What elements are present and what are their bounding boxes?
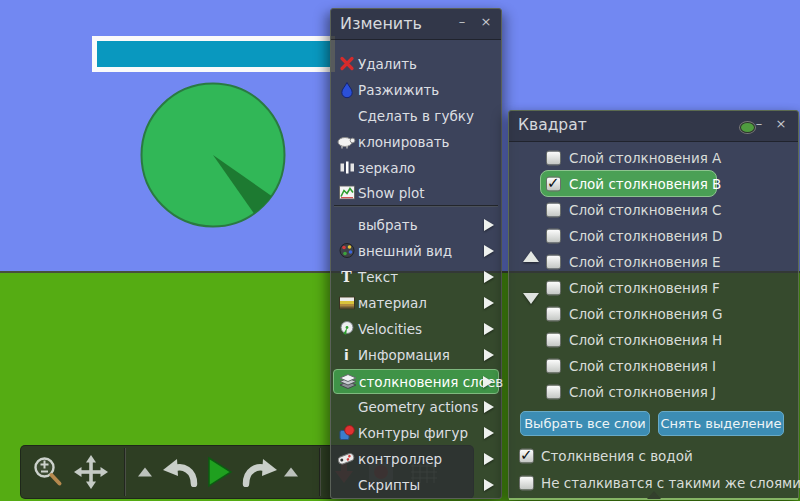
deselect-layers-button[interactable]: Снять выделение	[658, 411, 784, 436]
layer-checkbox[interactable]	[546, 333, 561, 348]
liquify-icon	[337, 81, 356, 98]
menu-item-label: Контуры фигур	[358, 425, 468, 441]
menu-item-label: Show plot	[358, 185, 425, 201]
submenu-arrow-icon	[484, 323, 494, 335]
menu-item-label: внешний вид	[358, 243, 452, 259]
menu-item-controller[interactable]: контроллер	[333, 446, 499, 471]
close-button[interactable]: ×	[477, 13, 495, 31]
submenu-arrow-icon	[484, 349, 494, 361]
algodoo-window: Изменить – × Удалить Разжижить Сделать в…	[0, 0, 800, 501]
toolbar-divider	[319, 448, 321, 496]
undo-button[interactable]	[161, 457, 199, 487]
scene-circle[interactable]	[133, 75, 293, 235]
layer-label: Слой столкновения E	[569, 254, 721, 270]
clone-icon	[337, 133, 356, 150]
menu-item-label: Удалить	[358, 56, 417, 72]
menu-item-make-sponge[interactable]: Сделать в губку	[333, 103, 499, 128]
submenu-arrow-icon	[484, 427, 494, 439]
resize-notch[interactable]	[647, 491, 661, 499]
self-collide-checkbox[interactable]	[519, 476, 534, 491]
layer-checkbox[interactable]	[546, 151, 561, 166]
zoom-tool-button[interactable]	[31, 455, 65, 489]
menu-item-delete[interactable]: Удалить	[333, 51, 499, 76]
square-panel-window: Квадрат – × Слой столкновения A ✓ Слой с…	[508, 110, 799, 500]
layer-checkbox[interactable]	[546, 281, 561, 296]
submenu-arrow-icon	[484, 453, 494, 465]
submenu-arrow-icon	[483, 376, 493, 388]
menu-item-geometry-actions[interactable]: Geometry actions	[333, 394, 499, 419]
scroll-up-arrow[interactable]	[523, 251, 539, 262]
menu-item-label: клонировать	[358, 134, 450, 150]
layer-label: Слой столкновения G	[569, 306, 723, 322]
minimize-button[interactable]: –	[750, 115, 768, 133]
option-label: Не сталкиватся с такими же слоями	[541, 475, 800, 491]
layer-checkbox[interactable]	[546, 255, 561, 270]
undo-icon	[161, 457, 199, 487]
submenu-arrow-icon	[484, 271, 494, 283]
layer-label: Слой столкновения H	[569, 332, 722, 348]
menu-item-information[interactable]: i Информация	[333, 342, 499, 367]
menu-item-label: столкновения слоев	[359, 374, 503, 390]
expand-up-icon	[284, 468, 298, 477]
menu-item-clone[interactable]: клонировать	[333, 129, 499, 154]
menu-item-mirror[interactable]: зеркало	[333, 155, 499, 180]
menu-item-label: контроллер	[358, 451, 442, 467]
edit-menu-title: Изменить	[340, 14, 422, 33]
water-checkbox[interactable]: ✓	[519, 449, 534, 464]
minimize-button[interactable]: –	[453, 13, 471, 31]
option-label: Столкнвения с водой	[541, 448, 693, 464]
redo-expand-button[interactable]	[284, 468, 298, 477]
menu-item-label: Velocities	[358, 321, 422, 337]
redo-button[interactable]	[241, 457, 279, 487]
menu-item-velocities[interactable]: Velocities	[333, 316, 499, 341]
edit-menu-titlebar[interactable]: Изменить – ×	[331, 9, 501, 40]
close-button[interactable]: ×	[772, 115, 790, 133]
collision-layers-icon	[338, 373, 357, 390]
controller-icon	[337, 450, 356, 467]
submenu-arrow-icon	[484, 479, 494, 491]
layer-label: Слой столкновения J	[569, 384, 716, 400]
menu-item-material[interactable]: материал	[333, 290, 499, 315]
material-icon	[337, 294, 356, 311]
menu-item-label: Разжижить	[358, 82, 439, 98]
pan-tool-button[interactable]	[73, 454, 109, 490]
layer-checkbox[interactable]: ✓	[546, 177, 561, 192]
edit-menu-window: Изменить – × Удалить Разжижить Сделать в…	[330, 8, 502, 499]
square-panel-titlebar[interactable]: Квадрат – ×	[509, 111, 798, 142]
submenu-arrow-icon	[484, 297, 494, 309]
menu-item-scripts[interactable]: Скрипты	[333, 472, 499, 497]
menu-item-select[interactable]: выбрать	[333, 212, 499, 237]
menu-item-text[interactable]: T Текст	[333, 264, 499, 289]
menu-item-collision-layers[interactable]: столкновения слоев	[333, 369, 499, 394]
shape-contours-icon	[337, 424, 356, 441]
layer-label: Слой столкновения B	[569, 176, 721, 192]
layer-checkbox[interactable]	[546, 203, 561, 218]
play-button[interactable]	[207, 456, 233, 488]
layer-checkbox[interactable]	[546, 359, 561, 374]
layer-checkbox[interactable]	[546, 385, 561, 400]
menu-item-liquify[interactable]: Разжижить	[333, 77, 499, 102]
layer-checkbox[interactable]	[546, 307, 561, 322]
undo-expand-button[interactable]	[138, 468, 152, 477]
expand-up-icon	[138, 468, 152, 477]
menu-item-appearance[interactable]: внешний вид	[333, 238, 499, 263]
collide-with-water-row[interactable]: ✓ Столкнвения с водой	[509, 444, 794, 468]
menu-item-label: материал	[358, 295, 427, 311]
menu-item-label: выбрать	[358, 217, 418, 233]
menu-item-label: Скрипты	[358, 477, 420, 493]
redo-icon	[241, 457, 279, 487]
scroll-down-arrow[interactable]	[523, 293, 539, 304]
toolbar-divider	[124, 448, 126, 496]
text-icon: T	[337, 268, 356, 285]
plot-icon	[337, 184, 356, 201]
menu-item-label: Текст	[358, 269, 398, 285]
menu-item-shape-contours[interactable]: Контуры фигур	[333, 420, 499, 445]
layer-checkbox[interactable]	[546, 229, 561, 244]
appearance-icon	[337, 242, 356, 259]
scene-rectangle[interactable]	[92, 36, 335, 72]
submenu-arrow-icon	[484, 219, 494, 231]
layer-label: Слой столкновения D	[569, 228, 722, 244]
submenu-arrow-icon	[484, 401, 494, 413]
menu-item-show-plot[interactable]: Show plot	[333, 180, 499, 205]
select-all-layers-button[interactable]: Выбрать все слои	[520, 411, 650, 436]
